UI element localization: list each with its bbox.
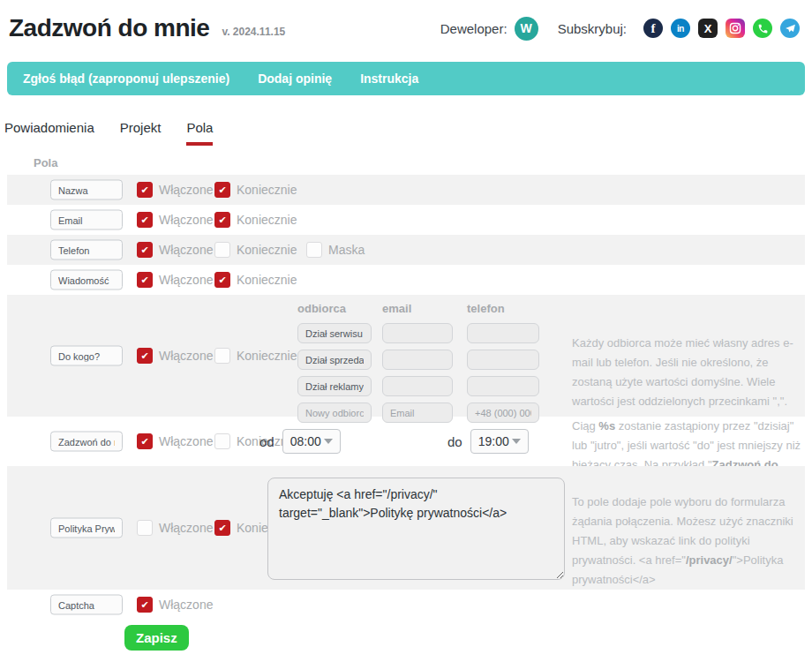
enabled-checkbox-group: ✔ Włączone bbox=[137, 242, 213, 258]
required-checkbox[interactable]: ✔ bbox=[214, 348, 230, 364]
recipients-table-header: odbiorca email telefon bbox=[297, 302, 552, 315]
required-label: Koniecznie bbox=[237, 183, 297, 197]
recipient-phone-input[interactable] bbox=[467, 350, 539, 370]
required-label: Koniecznie bbox=[237, 213, 297, 227]
enabled-checkbox[interactable]: ✔ bbox=[137, 433, 153, 449]
subscribe-label: Subskrybuj: bbox=[558, 21, 627, 36]
check-icon: ✔ bbox=[140, 215, 148, 225]
required-checkbox-group: ✔ Koniecznie bbox=[214, 348, 297, 364]
enabled-checkbox[interactable]: ✔ bbox=[137, 182, 153, 198]
mask-checkbox[interactable]: ✔ bbox=[306, 242, 322, 258]
tab-powiadomienia[interactable]: Powiadomienia bbox=[4, 120, 94, 146]
field-label-input[interactable] bbox=[50, 180, 123, 200]
report-bug-link[interactable]: Zgłoś błąd (zaproponuj ulepszenie) bbox=[23, 71, 229, 86]
time-from-select[interactable]: 08:00 bbox=[282, 429, 341, 454]
field-row-polityka: ✔ Włączone ✔ Koniecznie Akceptuję <a hre… bbox=[7, 466, 805, 590]
recipient-name-input[interactable] bbox=[297, 376, 372, 396]
enabled-checkbox-group: ✔ Włączone bbox=[137, 520, 213, 536]
instagram-icon[interactable] bbox=[726, 19, 745, 38]
check-icon: ✔ bbox=[218, 215, 226, 225]
field-label-input[interactable] bbox=[50, 432, 123, 452]
enabled-label: Włączone bbox=[159, 598, 213, 612]
recipient-phone-input[interactable] bbox=[467, 323, 539, 343]
x-twitter-icon[interactable]: X bbox=[698, 19, 718, 38]
enabled-label: Włączone bbox=[159, 434, 213, 448]
required-checkbox[interactable]: ✔ bbox=[214, 272, 230, 288]
required-checkbox[interactable]: ✔ bbox=[214, 242, 230, 258]
column-header-email: email bbox=[382, 302, 467, 315]
privacy-text-textarea[interactable]: Akceptuję <a href="/privacy/" target="_b… bbox=[267, 478, 565, 580]
enabled-checkbox-group: ✔ Włączone bbox=[137, 597, 213, 613]
page-title: Zadzwoń do mnie bbox=[9, 14, 209, 42]
enabled-checkbox[interactable]: ✔ bbox=[137, 272, 153, 288]
recipient-email-input[interactable] bbox=[382, 350, 453, 370]
field-row-telefon: ✔ Włączone ✔ Koniecznie ✔ Maska bbox=[7, 235, 805, 265]
mask-label: Maska bbox=[328, 243, 365, 257]
whatsapp-icon[interactable] bbox=[753, 19, 772, 38]
required-checkbox-group: ✔ Koniecznie bbox=[214, 212, 297, 228]
check-icon: ✔ bbox=[218, 185, 226, 195]
enabled-checkbox[interactable]: ✔ bbox=[137, 348, 153, 364]
section-title: Pola bbox=[34, 156, 812, 169]
tab-pola[interactable]: Pola bbox=[186, 120, 213, 146]
field-row-wiadomosc: ✔ Włączone ✔ Koniecznie bbox=[7, 265, 805, 295]
field-label-input[interactable] bbox=[50, 346, 123, 366]
version-badge: v. 2024.11.15 bbox=[222, 26, 285, 38]
plugin-settings-page: Zadzwoń do mnie v. 2024.11.15 Deweloper:… bbox=[0, 0, 812, 662]
header: Zadzwoń do mnie v. 2024.11.15 Deweloper:… bbox=[0, 0, 812, 42]
required-checkbox[interactable]: ✔ bbox=[214, 433, 230, 449]
enabled-checkbox[interactable]: ✔ bbox=[137, 212, 153, 228]
required-checkbox-group: ✔ Koniecznie bbox=[214, 242, 297, 258]
instruction-link[interactable]: Instrukcja bbox=[360, 71, 418, 86]
field-label-input[interactable] bbox=[50, 210, 123, 230]
enabled-checkbox-group: ✔ Włączone bbox=[137, 272, 213, 288]
enabled-checkbox-group: ✔ Włączone bbox=[137, 433, 213, 449]
tab-projekt[interactable]: Projekt bbox=[120, 120, 162, 146]
developer-logo-icon[interactable]: W bbox=[515, 17, 538, 41]
telegram-icon[interactable] bbox=[780, 19, 800, 38]
field-row-captcha: ✔ Włączone bbox=[7, 591, 805, 618]
enabled-label: Włączone bbox=[159, 213, 213, 227]
required-checkbox[interactable]: ✔ bbox=[214, 212, 230, 228]
check-icon: ✔ bbox=[140, 437, 148, 447]
required-checkbox[interactable]: ✔ bbox=[214, 182, 230, 198]
enabled-checkbox[interactable]: ✔ bbox=[137, 597, 153, 613]
recipient-phone-input[interactable] bbox=[467, 376, 539, 396]
recipient-name-input[interactable] bbox=[297, 323, 372, 343]
field-label-input[interactable] bbox=[50, 270, 123, 290]
required-checkbox[interactable]: ✔ bbox=[214, 520, 230, 536]
time-to-label: do bbox=[447, 434, 462, 449]
chevron-down-icon bbox=[324, 439, 333, 444]
enabled-label: Włączone bbox=[159, 183, 213, 197]
recipient-email-input[interactable] bbox=[382, 376, 453, 396]
enabled-checkbox[interactable]: ✔ bbox=[137, 520, 153, 536]
field-row-nazwa: ✔ Włączone ✔ Koniecznie bbox=[7, 175, 805, 205]
privacy-help-text: To pole dodaje pole wyboru do formularza… bbox=[572, 493, 805, 590]
column-header-odbiorca: odbiorca bbox=[297, 302, 382, 315]
time-from-value: 08:00 bbox=[290, 434, 321, 448]
field-label-input[interactable] bbox=[50, 240, 123, 260]
recipient-row bbox=[297, 350, 552, 370]
time-from-label: od bbox=[259, 434, 274, 449]
check-icon: ✔ bbox=[140, 275, 148, 285]
facebook-icon[interactable]: f bbox=[643, 19, 663, 38]
enabled-checkbox[interactable]: ✔ bbox=[137, 242, 153, 258]
add-review-link[interactable]: Dodaj opinię bbox=[258, 71, 332, 86]
developer-label: Deweloper: bbox=[440, 21, 508, 36]
required-label: Koniecznie bbox=[237, 349, 297, 363]
linkedin-icon[interactable]: in bbox=[671, 19, 690, 38]
required-label: Koniecznie bbox=[237, 243, 297, 257]
recipient-email-input[interactable] bbox=[382, 323, 453, 343]
required-label: Koniecznie bbox=[237, 273, 297, 287]
field-label-input[interactable] bbox=[50, 595, 123, 615]
check-icon: ✔ bbox=[218, 275, 226, 285]
time-to-select[interactable]: 19:00 bbox=[470, 429, 529, 454]
time-from-group: od 08:00 bbox=[259, 429, 341, 454]
field-label-input[interactable] bbox=[50, 518, 123, 538]
field-row-do-kogo: ✔ Włączone ✔ Koniecznie odbiorca email t… bbox=[7, 295, 805, 417]
recipient-row bbox=[297, 323, 552, 343]
enabled-label: Włączone bbox=[159, 273, 213, 287]
recipient-name-input[interactable] bbox=[297, 350, 372, 370]
save-button[interactable]: Zapisz bbox=[124, 625, 189, 651]
mask-checkbox-group: ✔ Maska bbox=[306, 242, 365, 258]
